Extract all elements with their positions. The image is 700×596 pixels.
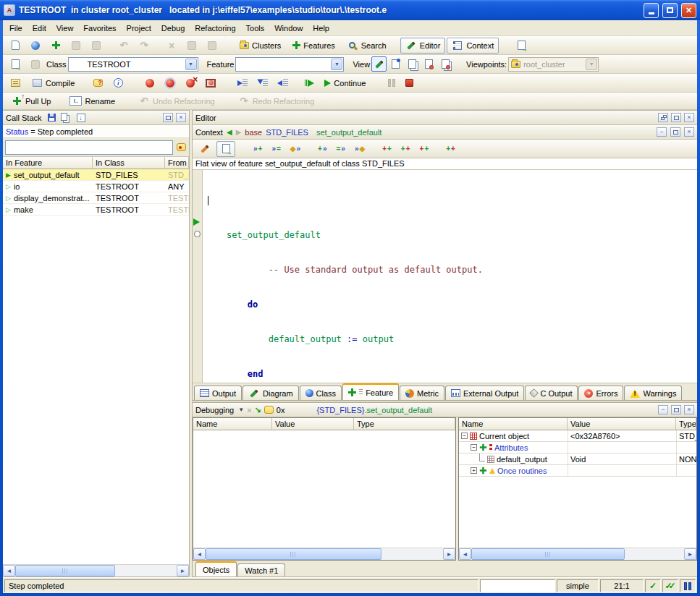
callers-button[interactable]: »+ xyxy=(250,141,266,157)
watch-hscrollbar[interactable] xyxy=(193,548,455,560)
compile-button[interactable]: Compile xyxy=(26,75,80,91)
history-back-button[interactable]: ◀ xyxy=(227,128,232,136)
set-stack-depth-button[interactable]: ↓ xyxy=(75,112,87,123)
continue-button[interactable]: Continue xyxy=(319,75,371,91)
flat-view-button[interactable] xyxy=(405,56,420,72)
exception-expression-input[interactable] xyxy=(5,140,173,155)
scroll-right-button[interactable] xyxy=(684,548,696,560)
watch-table-body[interactable] xyxy=(193,430,455,548)
menu-tools[interactable]: Tools xyxy=(241,22,270,35)
breakpoint-slot-icon[interactable] xyxy=(194,231,201,237)
tab-class[interactable]: Class xyxy=(300,386,342,400)
class-tool-button[interactable] xyxy=(26,56,45,72)
run-to-cursor-button[interactable] xyxy=(301,75,318,91)
context-toggle-button[interactable]: Context xyxy=(447,38,499,54)
copy-button[interactable] xyxy=(182,38,201,54)
object-tree-row[interactable]: Attributes xyxy=(459,442,696,454)
copy-call-stack-button[interactable] xyxy=(61,112,72,123)
call-stack-row[interactable]: ▷make TESTROOT TESTROOT xyxy=(3,204,189,216)
callees-button[interactable]: +» xyxy=(314,141,330,157)
menu-favorites[interactable]: Favorites xyxy=(78,22,121,35)
tab-diagram[interactable]: Diagram xyxy=(243,386,299,400)
save-button[interactable] xyxy=(67,38,85,54)
edit-feature-button[interactable] xyxy=(195,141,214,157)
tab-feature[interactable]: Feature xyxy=(342,383,399,400)
crumb-class[interactable]: STD_FILES xyxy=(266,128,308,137)
undo-refactoring-button[interactable]: Undo Refactoring xyxy=(133,93,220,109)
column-in-feature[interactable]: In Feature xyxy=(3,157,93,169)
scroll-left-button[interactable] xyxy=(3,565,15,576)
objects-column-name[interactable]: Name xyxy=(459,418,568,430)
pause-button[interactable] xyxy=(384,75,400,91)
close-button[interactable]: ✕ xyxy=(681,3,696,18)
expand-toggle[interactable] xyxy=(471,467,477,474)
class-combobox-arrow-icon[interactable] xyxy=(185,59,197,70)
call-stack-row[interactable]: ▷display_demonstrat... TESTROOT TESTROOT xyxy=(3,192,189,204)
scroll-track[interactable] xyxy=(471,548,684,560)
contract-view-button[interactable] xyxy=(421,56,437,72)
compile-help-button[interactable] xyxy=(88,75,107,91)
stop-button[interactable] xyxy=(401,75,417,91)
search-button[interactable]: Search xyxy=(342,38,392,54)
tab-warnings[interactable]: Warnings xyxy=(624,386,682,400)
step-into-button[interactable] xyxy=(253,75,272,91)
assignees-button[interactable]: =» xyxy=(332,141,348,157)
tab-external-output[interactable]: External Output xyxy=(445,386,524,400)
ancestor-versions-button[interactable]: ++ xyxy=(379,141,395,157)
rename-button[interactable]: Rename xyxy=(64,93,120,109)
save-all-button[interactable] xyxy=(87,38,106,54)
editor-float-button[interactable] xyxy=(658,113,668,122)
tab-metric[interactable]: Metric xyxy=(400,386,444,400)
breakpoint-gutter[interactable] xyxy=(193,170,203,383)
pull-up-button[interactable]: Pull Up xyxy=(6,93,56,109)
debugging-close-tool-icon[interactable]: × xyxy=(247,406,251,414)
menu-help[interactable]: Help xyxy=(308,22,334,35)
menu-refactoring[interactable]: Refactoring xyxy=(190,22,240,35)
context-maximize-button[interactable] xyxy=(670,127,680,137)
class-combobox[interactable]: TESTROOT xyxy=(68,57,198,72)
tab-output[interactable]: Output xyxy=(194,386,242,400)
feature-combobox[interactable] xyxy=(235,57,344,72)
watch-bubble-icon[interactable] xyxy=(264,406,274,414)
editor-close-button[interactable]: × xyxy=(684,113,694,122)
watch-column-name[interactable]: Name xyxy=(193,418,272,430)
creations-button[interactable]: »◆ xyxy=(351,141,368,157)
tab-c-output[interactable]: C Output xyxy=(525,386,578,400)
paste-button[interactable] xyxy=(203,38,222,54)
object-tree-row[interactable]: default_output Void NONE xyxy=(459,454,696,465)
redo-button[interactable] xyxy=(135,38,153,54)
context-close-button[interactable]: × xyxy=(684,127,694,137)
code-area[interactable]: set_output_default -- Use standard outpu… xyxy=(193,170,697,383)
undo-button[interactable] xyxy=(114,38,133,54)
homonyms-button[interactable]: ++ xyxy=(442,141,459,157)
scroll-thumb[interactable] xyxy=(15,565,115,576)
new-window-button[interactable] xyxy=(6,38,25,54)
feature-combobox-arrow-icon[interactable] xyxy=(331,59,342,70)
enable-breakpoints-button[interactable] xyxy=(140,75,159,91)
melt-button[interactable] xyxy=(6,75,25,91)
save-call-stack-button[interactable] xyxy=(46,112,58,123)
expand-toggle[interactable] xyxy=(461,433,468,439)
debugging-minimize-button[interactable]: − xyxy=(658,405,668,414)
column-in-class[interactable]: In Class xyxy=(93,157,165,169)
new-class-button[interactable] xyxy=(46,38,65,54)
redo-refactoring-button[interactable]: Redo Refactoring xyxy=(233,93,320,109)
hex-format-label[interactable]: 0x xyxy=(277,406,285,414)
code-text[interactable]: set_output_default -- Use standard outpu… xyxy=(203,170,697,383)
show-breakpoints-button[interactable] xyxy=(201,75,220,91)
debugging-maximize-button[interactable] xyxy=(671,405,681,414)
scroll-thumb[interactable] xyxy=(471,548,625,560)
editor-maximize-button[interactable] xyxy=(671,113,681,122)
crumb-base[interactable]: base xyxy=(245,128,262,137)
crumb-feature[interactable]: set_output_default xyxy=(316,128,382,137)
inspect-arrow-icon[interactable]: ↘ xyxy=(255,405,261,414)
remove-breakpoints-button[interactable] xyxy=(181,75,200,91)
debugging-menu-arrow-icon[interactable]: ▼ xyxy=(238,406,244,413)
call-stack-row[interactable]: ▷io TESTROOT ANY xyxy=(3,181,189,192)
watch-column-value[interactable]: Value xyxy=(272,418,354,430)
external-editor-button[interactable] xyxy=(512,38,531,54)
object-tree-row[interactable]: Once routines xyxy=(459,465,696,477)
context-minimize-button[interactable]: − xyxy=(657,127,667,137)
editor-toggle-button[interactable]: Editor xyxy=(400,38,446,54)
tab-objects[interactable]: Objects xyxy=(195,561,237,576)
